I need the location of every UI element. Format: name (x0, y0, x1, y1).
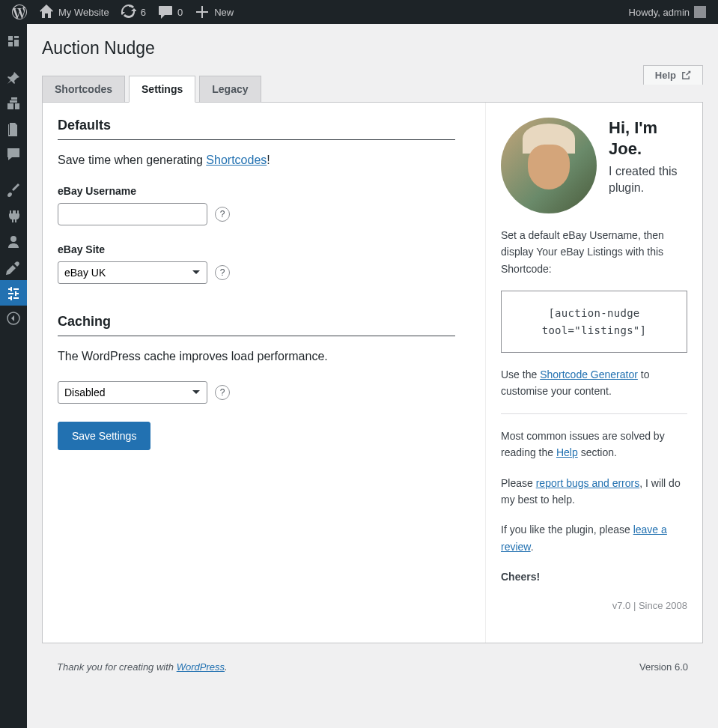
tab-settings[interactable]: Settings (129, 76, 195, 103)
sidebar-box: Hi, I'm Joe. I created this plugin. Set … (485, 103, 702, 643)
site-name-label: My Website (58, 7, 109, 18)
defaults-desc: Save time when generating Shortcodes! (58, 154, 455, 167)
ebay-username-label: eBay Username (58, 185, 455, 197)
help-tab-label: Help (655, 70, 676, 81)
howdy-text: Howdy, admin (629, 7, 690, 18)
greeting-heading: Hi, I'm Joe. (609, 118, 687, 159)
wp-logo[interactable] (6, 0, 33, 24)
plugin-icon (6, 209, 21, 224)
refresh-icon (121, 4, 136, 19)
main-content: Auction Nudge Help Shortcodes Settings L… (27, 24, 718, 728)
wordpress-icon (12, 4, 27, 19)
cheers: Cheers! (501, 568, 687, 585)
shortcode-generator-link[interactable]: Shortcode Generator (540, 368, 638, 380)
shortcodes-link[interactable]: Shortcodes (206, 154, 267, 166)
report-bugs-link[interactable]: report bugs and errors (536, 477, 640, 489)
user-icon (6, 234, 21, 249)
sidebar-comments[interactable] (0, 142, 27, 167)
help-link[interactable]: Help (556, 446, 578, 458)
sidebar-tools[interactable] (0, 255, 27, 280)
wordpress-link[interactable]: WordPress (177, 661, 225, 673)
page-title: Auction Nudge (42, 31, 703, 61)
comments-count: 0 (177, 7, 183, 18)
comment-icon (6, 147, 21, 162)
external-link-icon (681, 70, 691, 81)
avatar-icon (694, 6, 706, 18)
help-button-cache[interactable]: ? (215, 385, 230, 400)
divider (501, 413, 687, 414)
shortcode-example: [auction-nudge tool="listings"] (501, 291, 687, 353)
updates[interactable]: 6 (115, 0, 152, 24)
collapse-icon (6, 311, 21, 326)
tab-legacy[interactable]: Legacy (199, 76, 261, 103)
admin-sidebar (0, 24, 27, 728)
nav-tabs: Shortcodes Settings Legacy (42, 72, 703, 103)
ebay-site-select[interactable]: eBay UK (58, 261, 207, 284)
footer-version: Version 6.0 (639, 661, 688, 673)
author-avatar (501, 118, 597, 213)
sidebar-dashboard[interactable] (0, 28, 27, 54)
cache-select[interactable]: Disabled (58, 381, 207, 404)
tab-shortcodes[interactable]: Shortcodes (42, 76, 125, 103)
page-icon (6, 121, 21, 136)
dashboard-icon (6, 34, 21, 49)
section-defaults-heading: Defaults (58, 118, 455, 140)
plus-icon (195, 4, 210, 19)
sidebar-appearance[interactable] (0, 178, 27, 204)
updates-count: 6 (141, 7, 146, 18)
version-note: v7.0 | Since 2008 (501, 598, 687, 614)
site-name[interactable]: My Website (33, 0, 115, 24)
ebay-site-label: eBay Site (58, 243, 455, 255)
settings-form: Defaults Save time when generating Short… (43, 103, 470, 643)
sidebox-p3: Most common issues are solved by reading… (501, 428, 687, 461)
sidebox-p2: Use the Shortcode Generator to customise… (501, 366, 687, 400)
sidebar-posts[interactable] (0, 65, 27, 91)
caching-desc: The WordPress cache improves load perfor… (58, 350, 455, 363)
pin-icon (6, 70, 21, 85)
footer-left: Thank you for creating with WordPress. (57, 661, 228, 673)
created-text: I created this plugin. (609, 163, 687, 195)
section-caching-heading: Caching (58, 314, 455, 336)
comment-icon (158, 4, 173, 19)
help-button-site[interactable]: ? (215, 265, 230, 280)
home-icon (39, 4, 54, 19)
sidebar-collapse[interactable] (0, 306, 27, 331)
new-content[interactable]: New (189, 0, 240, 24)
new-label: New (214, 7, 234, 18)
sidebox-p4: Please report bugs and errors, I will do… (501, 475, 687, 509)
media-icon (6, 96, 21, 111)
sidebar-pages[interactable] (0, 116, 27, 142)
help-button-username[interactable]: ? (215, 207, 230, 222)
sidebar-users[interactable] (0, 229, 27, 255)
sliders-icon (6, 285, 21, 300)
sidebar-settings[interactable] (0, 280, 27, 306)
my-account[interactable]: Howdy, admin (618, 0, 712, 24)
brush-icon (6, 183, 21, 198)
sidebar-media[interactable] (0, 91, 27, 116)
comments[interactable]: 0 (152, 0, 189, 24)
help-tab[interactable]: Help (643, 65, 703, 85)
sidebox-p5: If you like the plugin, please leave a r… (501, 521, 687, 555)
sidebar-plugins[interactable] (0, 204, 27, 229)
admin-bar: My Website 6 0 New Howdy, admin (0, 0, 718, 24)
footer: Thank you for creating with WordPress. V… (42, 643, 703, 682)
wrench-icon (6, 260, 21, 275)
ebay-username-input[interactable] (58, 203, 207, 225)
save-button[interactable]: Save Settings (58, 422, 150, 450)
sidebox-p1: Set a default eBay Username, then displa… (501, 227, 687, 277)
